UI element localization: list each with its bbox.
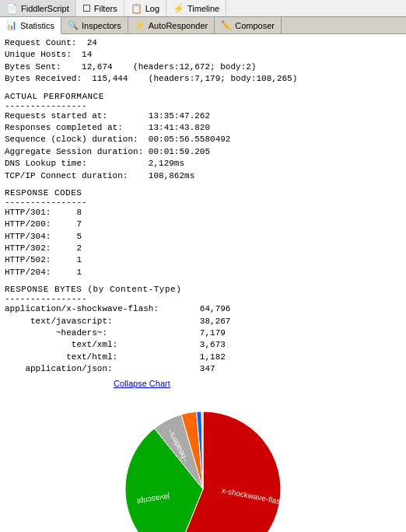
tab-composer-label: Composer — [235, 21, 275, 30]
bytes-sent-value: 12,674 — [82, 62, 113, 72]
filters-icon: ☐ — [82, 3, 91, 14]
chart-container: x-shockwave-flashjavascript~headers~ — [5, 396, 401, 532]
actual-performance-section: ACTUAL PERFORMANCE ---------------- Requ… — [5, 92, 401, 182]
tab-autoresponder-label: AutoResponder — [149, 21, 208, 30]
code-row: HTTP/204: 1 — [5, 267, 401, 278]
tab-composer[interactable]: ✏️ Composer — [215, 17, 282, 33]
bytes-row: text/html: 1,182 — [5, 352, 401, 363]
code-row: HTTP/502: 1 — [5, 254, 401, 266]
menu-log[interactable]: 📋 Log — [124, 0, 166, 16]
tab-autoresponder[interactable]: ⚡ AutoResponder — [128, 17, 215, 33]
code-row: HTTP/200: 7 — [5, 219, 401, 230]
actual-performance-header: ACTUAL PERFORMANCE — [5, 92, 401, 101]
bytes-rows: application/x-shockwave-flash: 64,796 te… — [5, 303, 401, 375]
request-count-value: 24 — [87, 38, 97, 47]
menu-timeline-label: Timeline — [187, 4, 219, 13]
unique-hosts-row: Unique Hosts: 14 — [5, 49, 401, 61]
code-row: HTTP/304: 5 — [5, 231, 401, 243]
autoresponder-tab-icon: ⚡ — [135, 20, 145, 30]
request-count-row: Request Count: 24 — [5, 37, 401, 49]
performance-row: DNS Lookup time: 2,129ms — [5, 158, 401, 170]
response-bytes-divider: ---------------- — [5, 294, 401, 303]
fiddlerscript-icon: 📄 — [6, 3, 18, 14]
performance-rows: Requests started at: 13:35:47.262Respons… — [5, 110, 401, 182]
menu-bar: 📄 FiddlerScript ☐ Filters 📋 Log ⚡ Timeli… — [0, 0, 406, 17]
performance-row: Aggregate Session duration: 00:01:59.205 — [5, 146, 401, 158]
bytes-sent-detail: (headers:12,672; body:2) — [113, 62, 257, 72]
timeline-icon: ⚡ — [173, 3, 184, 14]
bytes-received-row: Bytes Received: 115,444 (headers:7,179; … — [5, 73, 401, 85]
bytes-row: ~headers~: 7,179 — [5, 327, 401, 339]
main-content: Request Count: 24 Unique Hosts: 14 Bytes… — [0, 34, 406, 532]
menu-filters-label: Filters — [94, 4, 117, 13]
response-bytes-header: RESPONSE BYTES (by Content-Type) — [5, 285, 401, 294]
menu-timeline[interactable]: ⚡ Timeline — [166, 0, 226, 16]
bytes-received-detail: (headers:7,179; body:108,265) — [128, 74, 297, 83]
actual-performance-divider: ---------------- — [5, 101, 401, 110]
statistics-tab-icon: 📊 — [6, 20, 17, 30]
unique-hosts-label: Unique Hosts: — [5, 50, 72, 59]
tab-bar: 📊 Statistics 🔍 Inspectors ⚡ AutoResponde… — [0, 17, 406, 34]
performance-row: Responses completed at: 13:41:43.820 — [5, 122, 401, 134]
menu-fiddlerscript-label: FiddlerScript — [21, 4, 69, 13]
code-row: HTTP/302: 2 — [5, 243, 401, 254]
response-bytes-section: RESPONSE BYTES (by Content-Type) -------… — [5, 285, 401, 375]
response-codes-header: RESPONSE CODES — [5, 188, 401, 198]
log-icon: 📋 — [131, 3, 142, 14]
codes-rows: HTTP/301: 8HTTP/200: 7HTTP/304: 5HTTP/30… — [5, 207, 401, 278]
menu-filters[interactable]: ☐ Filters — [76, 0, 124, 16]
bytes-row: application/json: 347 — [5, 363, 401, 375]
bytes-row: text/xml: 3,673 — [5, 339, 401, 351]
collapse-chart-link[interactable]: Collapse Chart — [5, 379, 401, 388]
tab-inspectors[interactable]: 🔍 Inspectors — [61, 17, 128, 33]
tab-statistics-label: Statistics — [20, 21, 54, 30]
tab-statistics[interactable]: 📊 Statistics — [0, 17, 61, 34]
code-row: HTTP/301: 8 — [5, 207, 401, 219]
bytes-received-value: 115,444 — [92, 74, 128, 83]
unique-hosts-value: 14 — [82, 50, 92, 59]
bytes-sent-label: Bytes Sent: — [5, 62, 61, 72]
response-codes-divider: ---------------- — [5, 198, 401, 207]
request-count-label: Request Count: — [5, 38, 76, 47]
bytes-row: application/x-shockwave-flash: 64,796 — [5, 303, 401, 315]
bytes-sent-row: Bytes Sent: 12,674 (headers:12,672; body… — [5, 61, 401, 73]
bytes-received-label: Bytes Received: — [5, 74, 82, 83]
tab-inspectors-label: Inspectors — [82, 21, 121, 30]
pie-chart: x-shockwave-flashjavascript~headers~ — [102, 396, 304, 532]
menu-fiddlerscript[interactable]: 📄 FiddlerScript — [0, 0, 76, 16]
stats-section: Request Count: 24 Unique Hosts: 14 Bytes… — [5, 37, 401, 86]
performance-row: TCP/IP Connect duration: 108,862ms — [5, 170, 401, 182]
bytes-row: text/javascript: 38,267 — [5, 316, 401, 327]
composer-tab-icon: ✏️ — [221, 20, 232, 30]
inspectors-tab-icon: 🔍 — [68, 20, 79, 30]
performance-row: Requests started at: 13:35:47.262 — [5, 110, 401, 122]
menu-log-label: Log — [145, 4, 159, 13]
performance-row: Sequence (clock) duration: 00:05:56.5580… — [5, 134, 401, 145]
response-codes-section: RESPONSE CODES ---------------- HTTP/301… — [5, 188, 401, 278]
